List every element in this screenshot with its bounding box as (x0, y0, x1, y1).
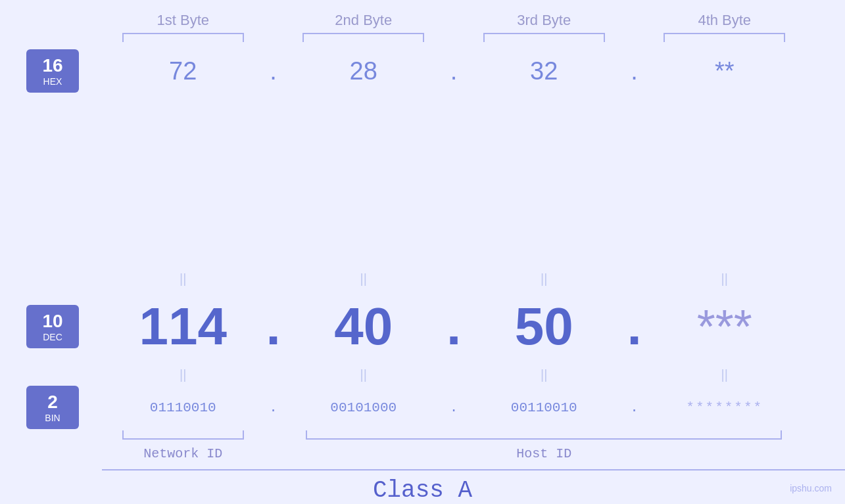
dec-row: 10 DEC 114 . 40 . 50 . *** (0, 291, 845, 362)
dec-base-num: 10 (30, 310, 75, 332)
byte4-header: 4th Byte (644, 12, 806, 29)
bin-row: 2 BIN 01110010 . 00101000 . 00110010 . *… (0, 387, 845, 428)
hex-val-4: ** (644, 49, 806, 93)
eq2-2: || (283, 362, 445, 387)
dec-badge: 10 DEC (26, 305, 79, 348)
dec-val-1: 114 (102, 291, 264, 362)
hex-dot-1: . (264, 49, 283, 93)
bin-val-3: 00110010 (463, 387, 625, 428)
dec-val-2: 40 (283, 291, 445, 362)
bottom-bracket-host (306, 430, 782, 440)
hex-val-2: 28 (283, 49, 445, 93)
eq1-2: || (283, 266, 445, 291)
dec-val-4: *** (644, 291, 806, 362)
bin-dot-3: . (625, 387, 644, 428)
byte3-header: 3rd Byte (463, 12, 625, 29)
hex-val-3: 32 (463, 49, 625, 93)
hex-badge: 16 HEX (26, 49, 79, 93)
eq-row-1: || || || || (0, 266, 845, 291)
eq2-1: || (102, 362, 264, 387)
dec-dot-2: . (445, 291, 463, 362)
byte1-header: 1st Byte (102, 12, 264, 29)
class-label: Class A (0, 477, 845, 504)
eq-row-2: || || || || (0, 362, 845, 387)
eq2-3: || (463, 362, 625, 387)
bin-val-1: 01110010 (102, 387, 264, 428)
dec-base-name: DEC (30, 332, 75, 343)
network-host-labels-row: Network ID Host ID (0, 446, 845, 461)
watermark: ipshu.com (790, 483, 832, 493)
hex-base-name: HEX (30, 76, 75, 87)
bottom-bracket-net (122, 430, 244, 440)
top-bracket-3 (483, 33, 605, 42)
network-id-label: Network ID (102, 446, 264, 461)
byte-headers-row: 1st Byte 2nd Byte 3rd Byte 4th Byte (0, 12, 845, 29)
bin-base-name: BIN (30, 413, 75, 424)
class-label-row: Class A (0, 477, 845, 504)
bin-base-num: 2 (30, 391, 75, 413)
hex-base-num: 16 (30, 55, 75, 77)
bin-dot-1: . (264, 387, 283, 428)
bin-badge: 2 BIN (26, 386, 79, 429)
main-container: 1st Byte 2nd Byte 3rd Byte 4th Byte 16 (0, 0, 845, 504)
hex-val-1: 72 (102, 49, 264, 93)
top-bracket-1 (122, 33, 244, 42)
hex-dot-2: . (445, 49, 463, 93)
bin-dot-2: . (445, 387, 463, 428)
top-brackets-row (0, 32, 845, 43)
dec-val-3: 50 (463, 291, 625, 362)
eq1-1: || (102, 266, 264, 291)
host-id-label: Host ID (283, 446, 806, 461)
eq1-3: || (463, 266, 625, 291)
byte2-header: 2nd Byte (283, 12, 445, 29)
eq2-4: || (644, 362, 806, 387)
bin-val-2: 00101000 (283, 387, 445, 428)
dec-dot-1: . (264, 291, 283, 362)
class-bracket-row (0, 469, 845, 470)
dec-dot-3: . (625, 291, 644, 362)
top-bracket-4 (664, 33, 785, 42)
bottom-brackets-row (0, 430, 845, 444)
hex-row: 16 HEX 72 . 28 . 32 . ** (0, 49, 845, 93)
bin-val-4: ******** (644, 387, 806, 428)
class-bracket-line (102, 469, 806, 470)
eq1-4: || (644, 266, 806, 291)
top-bracket-2 (302, 33, 424, 42)
hex-dot-3: . (625, 49, 644, 93)
